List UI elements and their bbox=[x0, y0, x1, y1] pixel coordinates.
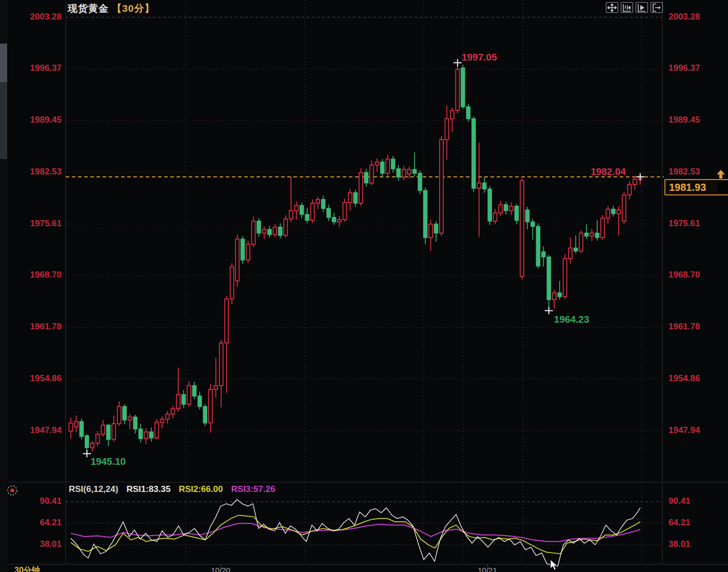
price-tag-block bbox=[718, 182, 728, 193]
rsi-axis-label: 90.41 bbox=[668, 496, 725, 506]
rsi2-value: RSI2:66.00 bbox=[179, 484, 223, 494]
rsi-axis-label: 38.01 bbox=[668, 539, 725, 549]
y-axis-label: 1954.86 bbox=[668, 373, 725, 384]
chart-exit-icon[interactable] bbox=[651, 2, 663, 13]
crosshair-move-icon[interactable] bbox=[606, 2, 618, 13]
rsi-axis-label: 64.21 bbox=[668, 518, 725, 528]
indicator-settings-icon[interactable] bbox=[6, 484, 19, 497]
x-axis-date-label: 10/21 bbox=[469, 566, 505, 572]
y-axis-label: 1961.78 bbox=[668, 322, 725, 332]
price-up-arrow-icon bbox=[715, 169, 726, 179]
gridlines bbox=[66, 0, 662, 564]
rsi1-line bbox=[71, 500, 640, 566]
y-axis-label: 2003.28 bbox=[3, 12, 62, 22]
extreme-marker bbox=[636, 173, 644, 181]
y-axis-label: 1996.37 bbox=[668, 63, 725, 73]
chart-toolbar bbox=[606, 2, 663, 13]
rsi-header: RSI(6,12,24)RSI1:83.35RSI2:66.00RSI3:57.… bbox=[69, 484, 283, 495]
current-price-tag: 1981.93 bbox=[664, 179, 728, 195]
y-axis-label: 1968.70 bbox=[3, 270, 62, 280]
low-price-annotation-1: 1945.10 bbox=[90, 456, 126, 467]
y-axis-label: 1947.94 bbox=[668, 425, 725, 436]
extreme-marker bbox=[454, 59, 462, 66]
y-axis-label: 1954.86 bbox=[3, 373, 62, 384]
timeframe-label: 【30分】 bbox=[112, 3, 154, 14]
chart-title: 现货黄金 【30分】 bbox=[68, 2, 154, 15]
extreme-marker bbox=[545, 307, 553, 314]
rsi-axis-label: 90.41 bbox=[3, 496, 62, 506]
rsi-axis-label: 38.01 bbox=[3, 539, 62, 549]
low-price-annotation-2: 1964.23 bbox=[554, 314, 589, 325]
rsi1-value: RSI1:83.35 bbox=[126, 484, 170, 494]
x-axis-date-label: 10/20 bbox=[203, 566, 239, 572]
instrument-name: 现货黄金 bbox=[68, 3, 109, 14]
mouse-cursor bbox=[550, 559, 560, 572]
y-axis-label: 1975.61 bbox=[3, 219, 62, 229]
timeframe-footer-label-clipped[interactable]: 30分钟 bbox=[14, 565, 40, 572]
chart-play-icon[interactable] bbox=[636, 2, 648, 13]
y-axis-label: 1968.70 bbox=[668, 270, 725, 280]
chart-page-back-icon[interactable] bbox=[621, 2, 633, 13]
current-price-value: 1981.93 bbox=[669, 182, 706, 193]
rsi2-line bbox=[71, 515, 640, 554]
y-axis-label: 1996.37 bbox=[3, 63, 62, 73]
rsi-indicator-name: RSI(6,12,24) bbox=[69, 484, 118, 494]
rsi3-line bbox=[71, 523, 640, 541]
y-axis-label: 1947.94 bbox=[3, 425, 62, 436]
rsi3-value: RSI3:57.26 bbox=[231, 484, 275, 494]
rsi-axis-label: 64.21 bbox=[3, 518, 62, 528]
extreme-marker bbox=[83, 450, 91, 457]
y-axis-label: 1989.45 bbox=[668, 115, 725, 125]
candles bbox=[69, 64, 642, 452]
trading-chart-window: 现货黄金 【30分】 bbox=[0, 0, 728, 572]
recent-high-annotation: 1982.04 bbox=[575, 166, 626, 177]
high-price-annotation: 1997.05 bbox=[462, 52, 497, 63]
y-axis-label: 2003.28 bbox=[668, 12, 725, 22]
y-axis-label: 1989.45 bbox=[3, 115, 62, 125]
y-axis-label: 1975.61 bbox=[668, 219, 725, 229]
y-axis-label: 1961.78 bbox=[3, 322, 62, 332]
y-axis-label: 1982.53 bbox=[3, 167, 62, 177]
